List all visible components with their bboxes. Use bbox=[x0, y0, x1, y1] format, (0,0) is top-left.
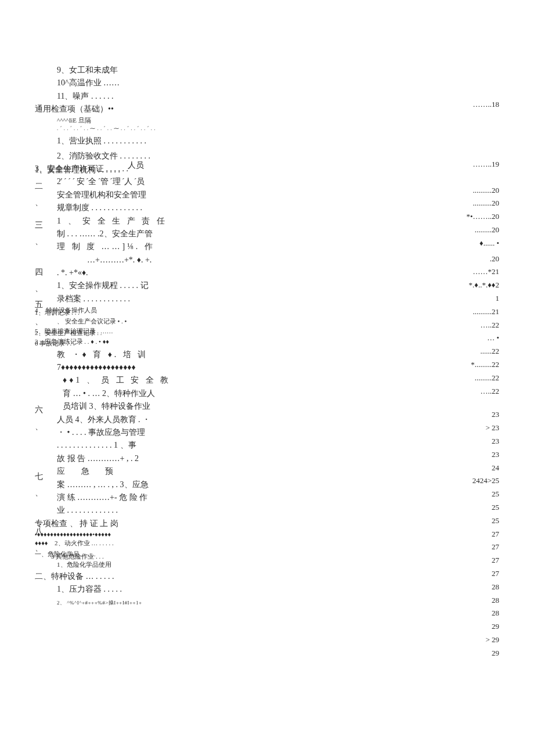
page-num: .20 bbox=[430, 253, 499, 265]
page-num: …..22 bbox=[430, 319, 499, 332]
page-num: ……..18 bbox=[430, 99, 499, 111]
page-num: 23 bbox=[430, 435, 499, 448]
page-num: ……*21 bbox=[430, 266, 499, 278]
toc-line: 2、 ^%^I^+#+++%#>操I++I#I++1+ bbox=[35, 599, 186, 607]
toc-line: 案 ……… , … . , . 3、应急 bbox=[35, 478, 186, 491]
page-number-column: ……..18 ……..19 ..........20 ..........20 … bbox=[430, 99, 499, 660]
toc-line: 应 急 预 bbox=[35, 465, 186, 478]
toc-dots: •♦♦♦♦♦♦♦♦♦♦♦♦♦♦♦♦♦•♦♦♦♦♦ bbox=[35, 530, 186, 539]
toc-line: 10^高温作业 …… bbox=[35, 77, 186, 89]
page-num: 29 bbox=[430, 647, 499, 660]
page-num: *.♦..*.♦♦2 bbox=[430, 279, 499, 291]
toc-line: 制 . . . …… .2、安全生产管 bbox=[35, 228, 186, 240]
toc-line: 1、压力容器 . . . . . bbox=[35, 583, 186, 596]
toc-line: ♦♦1 、 员 工 安 全 教 bbox=[35, 374, 186, 387]
toc-line: 1、营业执照 . . . . . . . . . . . bbox=[35, 135, 186, 147]
toc-overlap: 3、安全生产许可证 . . . . . . 1、安全管理机构 . . . . .… bbox=[35, 163, 186, 175]
toc-dots: . ´ . . ´ . . ´ . . ⁓ . . ´ . . ⁓ . . ´ … bbox=[35, 125, 186, 132]
num-mark: 、 bbox=[35, 196, 46, 209]
toc-line: 、 安全生产会议记录 • . • bbox=[35, 317, 186, 326]
toc-text: 3 其他危险作业 . . . bbox=[51, 552, 104, 562]
toc-line: 2′ ´ ´ ´ 安 ´全 ´管 ´理 ´人 ´员 bbox=[35, 175, 186, 188]
num-mark: 、 bbox=[35, 542, 46, 555]
num-mark: 、 bbox=[35, 315, 46, 328]
page-num: 27 bbox=[430, 528, 499, 541]
page-num: ..........20 bbox=[430, 185, 499, 197]
toc-line: 二、特种设备 … . . . . . bbox=[35, 570, 186, 583]
toc-dots: …+………+*. ♦. +. bbox=[35, 254, 186, 267]
page-num: 23 bbox=[430, 409, 499, 421]
page-num: ……..19 bbox=[430, 159, 499, 171]
page-num: ......22 bbox=[430, 345, 499, 358]
num-six: 六 bbox=[35, 404, 46, 416]
page-num: ♦...... • bbox=[430, 237, 499, 250]
page-num: 1 bbox=[430, 293, 499, 305]
page-num: 28 bbox=[430, 581, 499, 593]
page-num: 25 bbox=[430, 488, 499, 501]
num-five: 五 bbox=[35, 298, 46, 311]
toc-line: 员培训 3、特种设备作业 bbox=[35, 400, 186, 413]
num-seven: 七 bbox=[35, 470, 46, 483]
page-num: 29 bbox=[430, 621, 499, 633]
num-mark: 、 bbox=[35, 487, 46, 499]
page-num: 27 bbox=[430, 568, 499, 580]
toc-line: 录档案 . . . . . . . . . . . . bbox=[35, 293, 186, 305]
page-num: 2424>25 bbox=[430, 475, 499, 487]
toc-overlap: 一、危险化学品 . . . . . 3 其他危险作业 . . . bbox=[35, 549, 186, 560]
cjk-number-column: 二 、 三 、 四 、 五 、 六 、 七 、 八 、 bbox=[35, 180, 46, 558]
section-heading: 专项检查 、 持 证 上 岗 bbox=[35, 517, 186, 530]
toc-line: 理 制 度 ……]⅛. 作 bbox=[35, 240, 186, 253]
toc-line: ・ • . . . . 事故应急与管理 bbox=[35, 426, 186, 439]
num-eight: 八 bbox=[35, 525, 46, 538]
toc-overlap: 4、 特种设备操作人员 1、培训记录 . . . bbox=[35, 305, 186, 317]
toc-line: 教 ・♦ 育 ♦. 培 训 bbox=[35, 348, 186, 361]
page-num: ..........21 bbox=[430, 306, 499, 318]
toc-text: 1、安全管理机构 . . . . . . bbox=[35, 164, 120, 177]
page-num: *•……..20 bbox=[430, 211, 499, 223]
toc-line: 规章制度 . . . . . . . . . . . . . bbox=[35, 201, 186, 214]
toc-dots: 7♦♦♦♦♦♦♦♦♦♦♦♦♦♦♦♦♦♦ bbox=[35, 361, 186, 374]
toc-line: ^^^^IiE 旦隔 bbox=[35, 116, 186, 125]
page-num: 28 bbox=[430, 595, 499, 607]
num-mark: 、 bbox=[35, 282, 46, 295]
toc-dots: . *. +*«♦. bbox=[35, 267, 186, 279]
toc-line: 安全管理机构和安全管理 bbox=[35, 189, 186, 201]
num-mark: 、 bbox=[35, 235, 46, 248]
section-heading: 通用检查项（基础）•• bbox=[35, 103, 186, 116]
toc-line: 故 报 告 …………+ , . 2 bbox=[35, 452, 186, 465]
page-num: … • bbox=[430, 332, 499, 344]
toc-line: 2、消防验收文件 . . . . . . . . 人员 bbox=[35, 150, 186, 163]
toc-line: 1、安全操作规程 . . . . . 记 bbox=[35, 279, 186, 292]
page-num: 25 bbox=[430, 515, 499, 527]
toc-line: 1 、 安 全 生 产 责 任 bbox=[35, 215, 186, 228]
page-num: *.........22 bbox=[430, 359, 499, 371]
num-four: 四 bbox=[35, 266, 46, 279]
num-mark: 、 bbox=[35, 420, 46, 433]
toc-line: 人员 4、外来人员教育 . ・ bbox=[35, 413, 186, 426]
page-num: 28 bbox=[430, 607, 499, 620]
toc-line: 11、噪声 . . . . . . bbox=[35, 90, 186, 103]
toc-line: 9、女工和未成年 bbox=[35, 64, 186, 77]
page-num: .........22 bbox=[430, 372, 499, 384]
page-num: 27 bbox=[430, 541, 499, 553]
page-num: > 29 bbox=[430, 634, 499, 646]
toc-line: 演 练 …………+- 危 险 作 bbox=[35, 491, 186, 504]
page-num: 23 bbox=[430, 449, 499, 461]
num-two: 二 bbox=[35, 180, 46, 193]
page-num: .........20 bbox=[430, 224, 499, 236]
toc-line: 业 . . . . . . . . . . . . . bbox=[35, 504, 186, 517]
page-num: 27 bbox=[430, 555, 499, 567]
page-num: 25 bbox=[430, 502, 499, 514]
toc-overlap: 3、应急演练记录 . . ♦ . • ♦♦ 6 事故记录 . . . bbox=[35, 337, 186, 348]
page-num: > 23 bbox=[430, 422, 499, 434]
toc-overlap: 5、隐患排查治理记录 . …… 2、安全生产检查记录 . . bbox=[35, 326, 186, 337]
page-num: ..........20 bbox=[430, 197, 499, 210]
page-num: 24 bbox=[430, 462, 499, 474]
toc-text: 2、动火作业 … . . . . . bbox=[55, 539, 114, 548]
page-num: …..22 bbox=[430, 386, 499, 398]
toc-line: 育 … • . … 2、特种作业人 bbox=[35, 387, 186, 400]
toc-line: . . . . . . . . . . . . . . 1 、事 bbox=[35, 439, 186, 452]
num-three: 三 bbox=[35, 219, 46, 232]
toc-overlap: ♦♦♦♦ 2、动火作业 … . . . . . bbox=[35, 539, 186, 549]
